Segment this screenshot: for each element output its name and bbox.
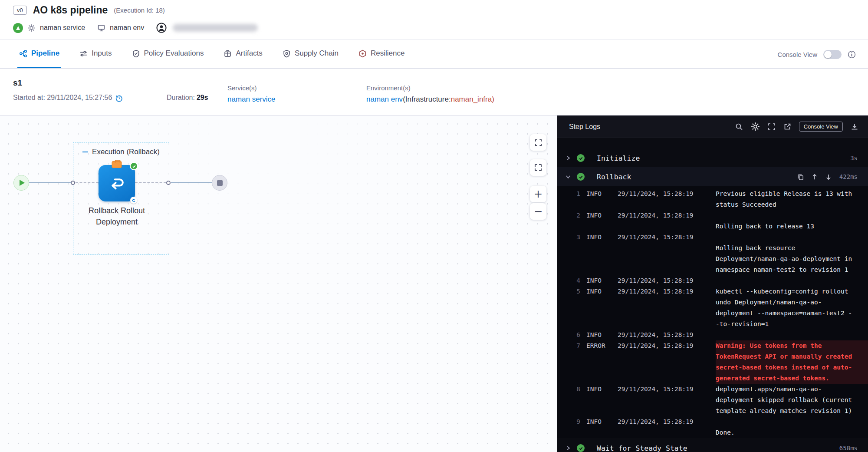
log-level: INFO (580, 416, 618, 427)
infrastructure-name[interactable]: naman_infra (451, 95, 492, 103)
page-header: v0 AO k8s pipeline (Execution Id: 18) na… (0, 0, 868, 40)
service-link[interactable]: naman service (227, 95, 276, 104)
log-output[interactable]: 1INFO29/11/2024, 15:28:19Previous eligib… (557, 186, 868, 438)
section-duration: 658ms (839, 445, 858, 452)
log-message: Done. (716, 416, 868, 438)
play-icon (20, 180, 25, 186)
tab-policy-evaluations-label: Policy Evaluations (144, 49, 204, 58)
copy-logs-icon[interactable] (797, 174, 804, 180)
collapse-icon[interactable] (82, 152, 88, 152)
log-line-number: 5 (557, 286, 580, 297)
tabbar-right-controls: Console View (778, 40, 856, 69)
services-label: Service(s) (227, 84, 276, 92)
log-timestamp: 29/11/2024, 15:28:19 (618, 232, 716, 243)
log-timestamp: 29/11/2024, 15:28:19 (618, 416, 716, 427)
section-duration: 3s (850, 155, 858, 162)
stage-name: s1 (13, 78, 22, 88)
connector-node-left[interactable] (71, 181, 75, 185)
log-line: 8INFO29/11/2024, 15:28:19deployment.apps… (557, 384, 868, 416)
console-view-toggle[interactable] (823, 50, 842, 59)
tab-resilience[interactable]: Resilience (357, 40, 406, 68)
open-in-new-icon[interactable] (783, 123, 791, 131)
inputs-icon (79, 49, 88, 58)
content-area: Execution (Rollback) (0, 115, 868, 452)
scroll-down-icon[interactable] (825, 174, 832, 180)
log-level: INFO (580, 188, 618, 199)
title-row: v0 AO k8s pipeline (Execution Id: 18) (13, 4, 165, 16)
log-level: INFO (580, 210, 618, 221)
version-badge[interactable]: v0 (13, 6, 27, 15)
rollback-step-node[interactable] (99, 165, 135, 201)
tab-policy-evaluations[interactable]: Policy Evaluations (130, 40, 206, 68)
toggle-knob (824, 51, 832, 58)
search-icon[interactable] (735, 123, 743, 131)
service-gear-icon (27, 24, 36, 32)
section-title: Rollback (597, 173, 631, 181)
stop-icon (217, 180, 223, 186)
environment-link[interactable]: naman env (366, 95, 403, 104)
stage-duration: Duration:29s (167, 94, 208, 102)
execution-group-label: Execution (Rollback) (92, 148, 160, 156)
tab-supply-chain-label: Supply Chain (295, 49, 339, 58)
step-success-badge (130, 162, 138, 170)
download-logs-icon[interactable] (851, 123, 858, 131)
zoom-out-button[interactable]: − (530, 203, 546, 220)
artifacts-icon (224, 49, 232, 58)
log-line: 4INFO29/11/2024, 15:28:19 (557, 275, 868, 286)
log-section-rollback[interactable]: Rollback 422ms (557, 167, 868, 186)
step-logs-header: Step Logs Console View (557, 115, 868, 138)
info-icon[interactable] (848, 50, 856, 59)
log-level: INFO (580, 286, 618, 297)
section-title: Wait for Steady State (597, 444, 687, 452)
step-logs-title: Step Logs (569, 123, 600, 131)
start-node[interactable] (13, 175, 29, 191)
end-node[interactable] (212, 175, 227, 191)
policy-shield-icon (132, 49, 140, 58)
pipeline-canvas[interactable]: Execution (Rollback) (0, 115, 557, 452)
log-settings-gear-icon[interactable] (751, 122, 760, 131)
pipeline-title: AO k8s pipeline (33, 4, 108, 16)
chevron-down-icon[interactable] (566, 174, 571, 179)
tab-pipeline[interactable]: Pipeline (17, 40, 61, 68)
panel-header-icons: Console View (735, 122, 858, 132)
section-duration: 422ms (839, 173, 858, 180)
canvas-fullscreen-button[interactable] (530, 134, 546, 151)
tab-artifacts[interactable]: Artifacts (222, 40, 264, 68)
redacted-user-email (173, 24, 258, 32)
header-env-name[interactable]: naman env (110, 24, 144, 32)
step-label-line1: Rollback Rollout (69, 205, 164, 216)
resilience-icon (358, 49, 367, 58)
environment-icon (97, 24, 105, 32)
step-label: Rollback Rollout Deployment (69, 205, 164, 228)
scroll-up-icon[interactable] (812, 174, 818, 180)
deployment-briefcase-badge (112, 161, 122, 168)
avatar[interactable] (156, 23, 167, 33)
infrastructure-prefix: (Infrastructure: (403, 95, 451, 103)
edge-stage-to-end (171, 182, 212, 183)
chevron-right-icon[interactable] (566, 445, 571, 451)
step-type-badge (130, 197, 137, 204)
rollback-section-actions: 422ms (797, 173, 868, 180)
expand-logs-icon[interactable] (768, 123, 776, 131)
log-line: 6INFO29/11/2024, 15:28:19 (557, 330, 868, 340)
log-line-number: 1 (557, 188, 580, 199)
connector-node-right[interactable] (166, 181, 171, 185)
log-message: deployment.apps/naman-qa-ao- deployment … (716, 384, 868, 416)
zoom-in-button[interactable]: + (530, 186, 546, 202)
tab-supply-chain[interactable]: Supply Chain (281, 40, 340, 68)
pipeline-meta-row: naman service naman env (13, 23, 258, 33)
console-view-button[interactable]: Console View (799, 122, 843, 132)
canvas-select-button[interactable] (530, 159, 546, 176)
log-section-wait-steady-state[interactable]: Wait for Steady State 658ms (557, 439, 868, 452)
tab-inputs-label: Inputs (92, 49, 112, 58)
log-message: Rolling back resource Deployment/naman-q… (716, 232, 868, 275)
execution-group-label-row: Execution (Rollback) (73, 148, 169, 156)
log-section-initialize[interactable]: Initialize 3s (557, 148, 868, 168)
section-title: Initialize (597, 154, 640, 162)
tab-inputs[interactable]: Inputs (78, 40, 113, 68)
chevron-right-icon[interactable] (566, 155, 571, 161)
header-service-name[interactable]: naman service (40, 24, 85, 32)
history-icon[interactable] (115, 94, 123, 102)
app-root: v0 AO k8s pipeline (Execution Id: 18) na… (0, 0, 868, 452)
environments-label: Environment(s) (366, 84, 494, 92)
